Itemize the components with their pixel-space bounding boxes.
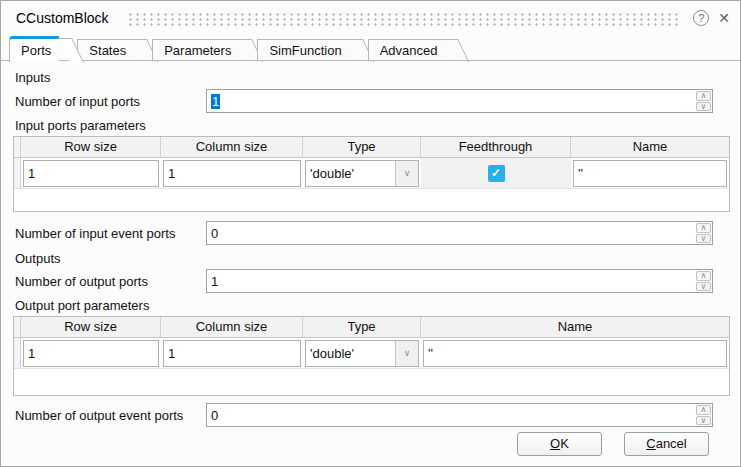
help-icon[interactable]: ? bbox=[693, 10, 709, 26]
feedthrough-checkbox[interactable]: ✓ bbox=[488, 165, 505, 182]
num-output-event-ports-value[interactable]: 0 bbox=[207, 404, 695, 426]
num-output-ports-row: Number of output ports 1 ∧ ∨ bbox=[13, 269, 728, 293]
num-input-ports-label: Number of input ports bbox=[13, 94, 206, 109]
tab-simfunction[interactable]: SimFunction bbox=[257, 39, 349, 61]
spin-down-icon[interactable]: ∨ bbox=[696, 234, 711, 244]
num-input-event-ports-label: Number of input event ports bbox=[13, 226, 206, 241]
tab-ports[interactable]: Ports bbox=[9, 36, 59, 62]
tab-parameters-label: Parameters bbox=[164, 43, 231, 58]
spin-up-icon[interactable]: ∧ bbox=[696, 223, 711, 233]
feedthrough-cell: ✓ bbox=[421, 158, 571, 189]
input-column-size-field[interactable]: 1 bbox=[163, 160, 301, 187]
spin-down-icon[interactable]: ∨ bbox=[696, 282, 711, 292]
output-column-size-field[interactable]: 1 bbox=[163, 340, 301, 367]
spin-down-icon[interactable]: ∨ bbox=[696, 102, 711, 112]
spin-up-icon[interactable]: ∧ bbox=[696, 91, 711, 101]
ok-mnemonic: O bbox=[550, 436, 560, 451]
spin-buttons: ∧ ∨ bbox=[695, 404, 712, 426]
num-output-ports-spinbox[interactable]: 1 ∧ ∨ bbox=[206, 269, 713, 293]
tab-states[interactable]: States bbox=[77, 39, 134, 61]
num-input-ports-value[interactable]: 1 bbox=[207, 90, 695, 112]
output-name-field[interactable]: '' bbox=[423, 340, 727, 367]
header-name: Name bbox=[571, 137, 729, 158]
num-output-event-ports-spinbox[interactable]: 0 ∧ ∨ bbox=[206, 403, 713, 427]
num-input-event-ports-spinbox[interactable]: 0 ∧ ∨ bbox=[206, 221, 713, 245]
header-feedthrough: Feedthrough bbox=[421, 137, 571, 158]
selected-text: 1 bbox=[211, 94, 220, 109]
window-title: CCustomBlock bbox=[16, 10, 109, 26]
ok-rest: K bbox=[560, 436, 569, 451]
tab-bar: Ports States Parameters SimFunction Adva… bbox=[1, 32, 740, 61]
output-table-empty-area bbox=[14, 369, 729, 395]
spin-up-icon[interactable]: ∧ bbox=[696, 271, 711, 281]
tab-advanced[interactable]: Advanced bbox=[368, 39, 446, 61]
tab-advanced-label: Advanced bbox=[380, 43, 438, 58]
title-bar: CCustomBlock ? ✕ bbox=[1, 1, 740, 32]
tab-pane-border bbox=[1, 60, 740, 61]
header-row-size: Row size bbox=[21, 317, 161, 338]
output-params-label: Output port parameters bbox=[15, 298, 728, 314]
input-type-combobox[interactable]: 'double' ∨ bbox=[305, 160, 419, 187]
spin-down-icon[interactable]: ∨ bbox=[696, 416, 711, 426]
output-row-size-field[interactable]: 1 bbox=[23, 340, 159, 367]
header-type: Type bbox=[303, 137, 421, 158]
row-header bbox=[14, 158, 21, 189]
num-output-ports-label: Number of output ports bbox=[13, 274, 206, 289]
num-output-event-ports-label: Number of output event ports bbox=[13, 408, 206, 423]
cancel-button[interactable]: Cancel bbox=[624, 432, 709, 456]
header-column-size: Column size bbox=[161, 137, 303, 158]
ccustomblock-dialog: CCustomBlock ? ✕ Ports States Parameters… bbox=[0, 0, 741, 467]
input-table-header: Row size Column size Type Feedthrough Na… bbox=[14, 137, 729, 158]
table-corner bbox=[14, 317, 21, 338]
header-row-size: Row size bbox=[21, 137, 161, 158]
spin-buttons: ∧ ∨ bbox=[695, 222, 712, 244]
num-input-ports-row: Number of input ports 1 ∧ ∨ bbox=[13, 89, 728, 113]
ok-button[interactable]: OK bbox=[517, 432, 602, 456]
chevron-down-icon[interactable]: ∨ bbox=[395, 341, 418, 366]
output-ports-table: Row size Column size Type Name 1 1 'doub… bbox=[13, 316, 730, 396]
outputs-section-label: Outputs bbox=[15, 251, 728, 267]
header-name: Name bbox=[421, 317, 729, 338]
input-params-label: Input ports parameters bbox=[15, 118, 728, 134]
output-type-value[interactable]: 'double' bbox=[306, 341, 395, 366]
input-ports-table: Row size Column size Type Feedthrough Na… bbox=[13, 136, 730, 212]
input-table-empty-area bbox=[14, 189, 729, 211]
inputs-section-label: Inputs bbox=[15, 70, 728, 86]
close-icon[interactable]: ✕ bbox=[718, 10, 730, 26]
spin-buttons: ∧ ∨ bbox=[695, 270, 712, 292]
header-type: Type bbox=[303, 317, 421, 338]
header-column-size: Column size bbox=[161, 317, 303, 338]
input-name-field[interactable]: '' bbox=[573, 160, 727, 187]
tab-ports-label: Ports bbox=[21, 43, 51, 58]
titlebar-icons: ? ✕ bbox=[693, 10, 730, 26]
input-row-size-field[interactable]: 1 bbox=[23, 160, 159, 187]
chevron-down-icon[interactable]: ∨ bbox=[395, 161, 418, 186]
dialog-button-row: OK Cancel bbox=[13, 432, 728, 456]
tab-simfunction-label: SimFunction bbox=[269, 43, 341, 58]
num-input-event-ports-row: Number of input event ports 0 ∧ ∨ bbox=[13, 221, 728, 245]
output-table-row: 1 1 'double' ∨ '' bbox=[14, 338, 729, 369]
input-type-value[interactable]: 'double' bbox=[306, 161, 395, 186]
output-table-header: Row size Column size Type Name bbox=[14, 317, 729, 338]
spin-up-icon[interactable]: ∧ bbox=[696, 405, 711, 415]
num-input-ports-spinbox[interactable]: 1 ∧ ∨ bbox=[206, 89, 713, 113]
row-header bbox=[14, 338, 21, 369]
table-corner bbox=[14, 137, 21, 158]
tab-states-label: States bbox=[89, 43, 126, 58]
num-output-event-ports-row: Number of output event ports 0 ∧ ∨ bbox=[13, 403, 728, 427]
output-type-combobox[interactable]: 'double' ∨ bbox=[305, 340, 419, 367]
drag-handle-dots[interactable] bbox=[127, 12, 680, 26]
spin-buttons: ∧ ∨ bbox=[695, 90, 712, 112]
tab-parameters[interactable]: Parameters bbox=[152, 39, 239, 61]
num-input-event-ports-value[interactable]: 0 bbox=[207, 222, 695, 244]
input-table-row: 1 1 'double' ∨ ✓ '' bbox=[14, 158, 729, 189]
num-output-ports-value[interactable]: 1 bbox=[207, 270, 695, 292]
ports-tab-panel: Inputs Number of input ports 1 ∧ ∨ Input… bbox=[1, 61, 740, 456]
cancel-mnemonic: C bbox=[646, 436, 655, 451]
cancel-rest: ancel bbox=[656, 436, 687, 451]
